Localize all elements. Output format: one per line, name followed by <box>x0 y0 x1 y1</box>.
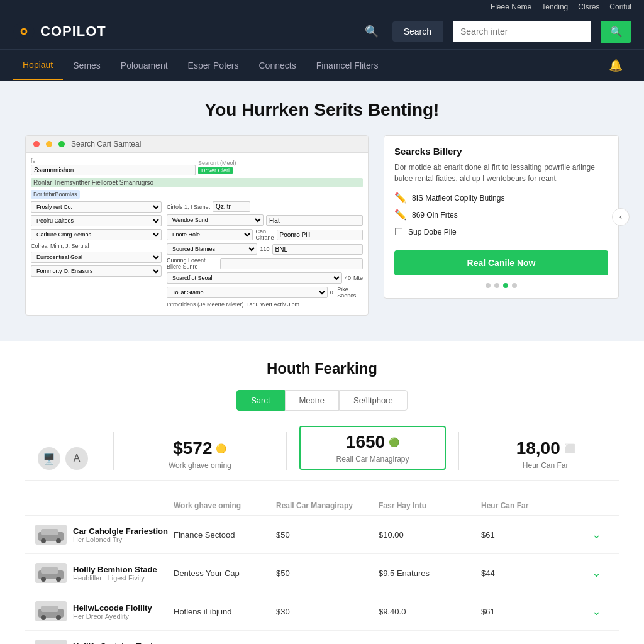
search-icon-button[interactable]: 🔍 <box>361 21 382 42</box>
topbar-link-1[interactable]: Fleee Neme <box>491 3 531 11</box>
search-label-button[interactable]: Search <box>392 21 443 42</box>
search-go-button[interactable]: 🔍 <box>601 21 631 43</box>
side-feature-1: ✏️ 8IS Matfieot Coplity Butings <box>394 192 608 204</box>
table-row: Car Caholgle Frariestion Her Loioned Try… <box>25 516 619 554</box>
car-icon-3 <box>36 641 66 644</box>
card-select-5[interactable]: Fommorty O. Ensisurs <box>31 265 162 277</box>
svg-point-9 <box>41 577 46 582</box>
cell-col3-1: $50 <box>276 569 379 578</box>
pencil-icon-2: ✏️ <box>394 209 407 221</box>
expand-btn-1[interactable]: ⌄ <box>584 566 609 580</box>
stat-divider-2 <box>286 432 287 470</box>
main-nav: Hopiaut Semes Polouament Esper Poters Co… <box>0 49 644 81</box>
dot-1[interactable] <box>486 283 491 288</box>
side-feature-3: ☐ Sup Dobe Pile <box>394 226 608 238</box>
cell-col3-0: $50 <box>276 530 379 540</box>
card-select-searchflot[interactable]: Soarctflot Seoal <box>167 272 342 284</box>
dot-3[interactable] <box>503 283 508 288</box>
car-icon-1 <box>36 564 66 582</box>
topbar-link-3[interactable]: Clsres <box>578 3 599 11</box>
card-left-col: Frosly rert Co. Peolru Caitees Carlture … <box>31 201 162 310</box>
th-car <box>35 501 174 510</box>
nav-item-esper[interactable]: Esper Poters <box>178 52 249 79</box>
car-name-3: Hollify Curtsing Tool <box>73 641 153 645</box>
search-input[interactable] <box>453 21 591 42</box>
stat-label-2: Reall Car Managirapy <box>306 455 440 464</box>
checkbox-icon: ☐ <box>394 226 403 238</box>
card-input-blank[interactable] <box>220 258 363 269</box>
stat-value-1: $572 🟡 <box>133 438 267 458</box>
stat-badge-3: ⬜ <box>564 443 575 453</box>
car-sub-1: Heubliller - Ligest Fivity <box>73 574 157 582</box>
topbar-link-4[interactable]: Coritul <box>609 3 631 11</box>
car-text-2: HeliwLcoode Fioliity Her Dreor Ayedlity <box>73 603 152 620</box>
card-select-vendor[interactable]: Wendoe Sund <box>167 214 264 226</box>
card-select-4[interactable]: Euirocentisal Goal <box>31 252 162 263</box>
nav-item-connects[interactable]: Connects <box>249 52 306 79</box>
logo: COPILOT <box>13 20 106 43</box>
car-text-1: Hollly Bemhion Stade Heubliller - Ligest… <box>73 565 157 582</box>
car-sub-2: Her Dreor Ayedlity <box>73 613 152 620</box>
expand-btn-0[interactable]: ⌄ <box>584 528 609 541</box>
window-min-btn[interactable] <box>46 141 52 147</box>
bell-icon[interactable]: 🔔 <box>600 50 631 81</box>
svg-point-13 <box>41 615 46 620</box>
stat-value-2: 1650 🟢 <box>306 432 440 452</box>
pencil-icon-1: ✏️ <box>394 192 407 204</box>
svg-point-14 <box>56 615 61 620</box>
card-input-cirtols[interactable] <box>213 201 250 212</box>
table-row: HeliwLcoode Fioliity Her Dreor Ayedlity … <box>25 592 619 631</box>
carousel-prev-button[interactable]: ‹ <box>612 208 630 226</box>
tab-se-iltphore[interactable]: Se/Iltphore <box>339 390 408 411</box>
hero-headline: You Hurrken Serits Benting! <box>205 100 440 120</box>
dot-4[interactable] <box>512 283 517 288</box>
expand-btn-2[interactable]: ⌄ <box>584 604 609 618</box>
card-select-fnote[interactable]: Fnote Hole <box>167 229 253 240</box>
card-input-flat[interactable] <box>266 215 363 226</box>
card-select-sourced[interactable]: Sourced Blamies <box>167 243 257 255</box>
main-section: Houth Fearking Sarct Meotre Se/Iltphore … <box>0 341 644 644</box>
card-input-poorno[interactable] <box>277 230 363 240</box>
car-info-1: Hollly Bemhion Stade Heubliller - Ligest… <box>35 563 174 583</box>
card-input-fs[interactable] <box>31 165 196 175</box>
nav-item-hopiaut[interactable]: Hopiaut <box>13 51 63 80</box>
window-max-btn[interactable] <box>58 141 65 147</box>
top-bar: Fleee Neme Tending Clsres Coritul <box>0 0 644 14</box>
nav-item-polouament[interactable]: Polouament <box>111 52 178 79</box>
svg-rect-4 <box>41 529 58 535</box>
card-col-search-method: Searorrt (Meol) Driver Cleri <box>198 160 363 174</box>
th-expand <box>584 501 609 510</box>
car-icon-2 <box>36 602 66 620</box>
car-name-0: Car Caholgle Frariestion <box>73 526 168 536</box>
hero-section: You Hurrken Serits Benting! Search Cart … <box>0 81 644 341</box>
card-select-1[interactable]: Frosly rert Co. <box>31 201 162 213</box>
logo-text: COPILOT <box>40 23 106 40</box>
car-text-0: Car Caholgle Frariestion Her Loioned Try <box>73 526 168 543</box>
stat-badge-1: 🟡 <box>216 443 226 453</box>
stat-badge-2: 🟢 <box>389 437 399 447</box>
card-input-bnl[interactable] <box>272 244 363 255</box>
side-feature-3-text: Sup Dobe Pile <box>408 228 457 236</box>
window-close-btn[interactable] <box>33 141 40 147</box>
topbar-link-2[interactable]: Tending <box>541 3 568 11</box>
cell-col5-0: $61 <box>481 530 584 540</box>
th-col5: Heur Can Far <box>481 501 584 510</box>
dot-2[interactable] <box>494 283 499 288</box>
hero-screenshot-card: Search Cart Samteal fs Searorrt (Meol) D… <box>25 135 369 316</box>
side-cta-button[interactable]: Real Canile Now <box>394 250 608 275</box>
tab-sarct[interactable]: Sarct <box>236 390 284 411</box>
tab-meotre[interactable]: Meotre <box>285 390 339 411</box>
car-img-0 <box>35 525 67 545</box>
table-header: Work ghave oming Reall Car Managirapy Fa… <box>25 496 619 516</box>
icon-circle-1: 🖥️ <box>38 447 60 470</box>
nav-item-semes[interactable]: Semes <box>63 52 111 79</box>
card-title-text: Search Cart Samteal <box>71 140 141 148</box>
table-row: Hollly Bemhion Stade Heubliller - Ligest… <box>25 554 619 592</box>
card-select-toilat[interactable]: Toilat Stamo <box>167 287 328 298</box>
card-select-2[interactable]: Peolru Caitees <box>31 215 162 226</box>
car-img-3 <box>35 640 67 644</box>
nav-item-finamcel[interactable]: Finamcel Fliters <box>306 52 389 79</box>
card-select-3[interactable]: Carlture Cmrg.Aemos <box>31 229 162 240</box>
tab-group: Sarct Meotre Se/Iltphore <box>25 390 619 411</box>
svg-point-2 <box>22 30 25 33</box>
